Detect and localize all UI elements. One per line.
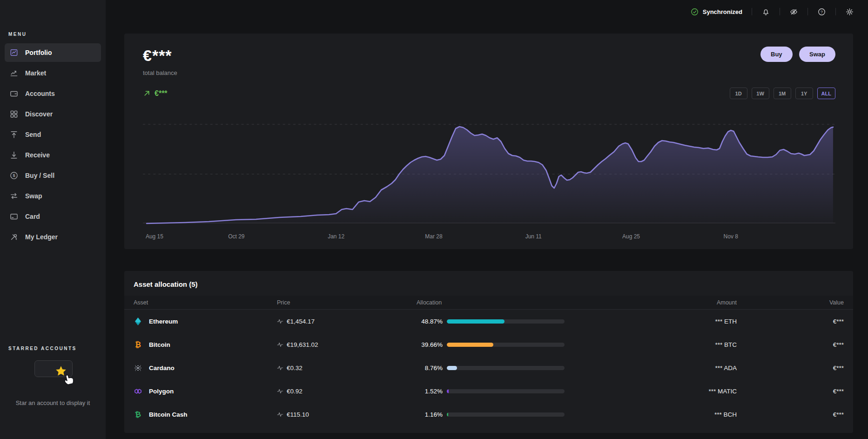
sidebar-item-label: Receive xyxy=(25,151,50,159)
buy-button[interactable]: Buy xyxy=(760,47,793,62)
activity-icon xyxy=(277,388,283,394)
asset-name: Polygon xyxy=(149,388,174,395)
asset-price: €0.92 xyxy=(287,388,303,395)
asset-value-masked: €*** xyxy=(737,388,844,395)
asset-value-masked: €*** xyxy=(737,341,844,348)
asset-value-masked: €*** xyxy=(737,318,844,325)
x-axis-label: Aug 15 xyxy=(146,233,163,240)
sidebar-item-label: My Ledger xyxy=(25,233,58,241)
asset-price: €1,454.17 xyxy=(287,318,315,325)
column-header-value: Value xyxy=(737,299,844,306)
table-body: Ethereum €1,454.17 48.87% *** ETH €*** ₿… xyxy=(124,310,853,426)
dollar-circle-icon: $ xyxy=(9,171,19,180)
sidebar-item-card[interactable]: Card xyxy=(5,207,101,226)
allocation-percent: 1.16% xyxy=(417,411,443,418)
asset-name: Cardano xyxy=(149,365,175,371)
column-header-allocation: Allocation xyxy=(417,299,570,306)
table-row-ethereum[interactable]: Ethereum €1,454.17 48.87% *** ETH €*** xyxy=(124,310,853,333)
asset-amount-masked: *** BCH xyxy=(570,411,737,418)
sidebar-item-receive[interactable]: Receive xyxy=(5,146,101,164)
bitcoin-cash-icon: ₿ xyxy=(134,410,142,419)
swap-icon xyxy=(9,191,19,201)
allocation-bar xyxy=(447,366,565,370)
range-button-1w[interactable]: 1W xyxy=(752,88,769,99)
card-icon xyxy=(9,212,19,221)
asset-value-masked: €*** xyxy=(737,365,844,371)
range-button-all[interactable]: ALL xyxy=(817,88,835,99)
allocation-bar xyxy=(447,412,565,417)
table-row-bitcoin[interactable]: ₿ Bitcoin €19,631.02 39.66% *** BTC €*** xyxy=(124,333,853,356)
sidebar-item-my-ledger[interactable]: My Ledger xyxy=(5,228,101,246)
grid-icon xyxy=(9,109,19,119)
sidebar-item-label: Card xyxy=(25,213,40,220)
arrow-up-icon xyxy=(9,130,19,139)
asset-allocation-title: Asset allocation (5) xyxy=(124,271,853,296)
sidebar-item-label: Send xyxy=(25,131,41,138)
sidebar-item-swap[interactable]: Swap xyxy=(5,187,101,205)
range-button-1m[interactable]: 1M xyxy=(774,88,791,99)
sidebar-item-label: Portfolio xyxy=(25,49,52,56)
sidebar-item-discover[interactable]: Discover xyxy=(5,105,101,123)
svg-text:₿: ₿ xyxy=(135,340,141,348)
allocation-percent: 48.87% xyxy=(417,318,443,325)
asset-amount-masked: *** ADA xyxy=(570,365,737,371)
range-button-1y[interactable]: 1Y xyxy=(795,88,813,99)
allocation-percent: 39.66% xyxy=(417,341,443,348)
activity-icon xyxy=(277,341,283,348)
asset-price: €0.32 xyxy=(287,365,303,371)
arrow-up-right-icon xyxy=(143,89,151,97)
table-row-cardano[interactable]: Cardano €0.32 8.76% *** ADA €*** xyxy=(124,356,853,379)
sidebar-item-portfolio[interactable]: Portfolio xyxy=(5,43,101,62)
allocation-bar xyxy=(447,319,565,324)
swap-button[interactable]: Swap xyxy=(799,47,835,62)
bitcoin-icon: ₿ xyxy=(134,340,142,349)
sidebar-item-send[interactable]: Send xyxy=(5,125,101,144)
table-row-bitcoin-cash[interactable]: ₿ Bitcoin Cash €115.10 1.16% *** BCH €**… xyxy=(124,403,853,426)
x-axis-label: Jun 11 xyxy=(525,233,542,240)
x-axis-label: Mar 28 xyxy=(425,233,442,240)
activity-icon xyxy=(277,318,283,324)
sidebar-item-label: Buy / Sell xyxy=(25,172,54,179)
x-axis-label: Jan 12 xyxy=(328,233,344,240)
column-header-asset: Asset xyxy=(134,299,277,306)
polygon-icon xyxy=(134,387,142,396)
activity-icon xyxy=(277,411,283,418)
allocation-bar xyxy=(447,389,565,393)
sidebar-item-buy-sell[interactable]: $Buy / Sell xyxy=(5,166,101,185)
allocation-bar xyxy=(447,343,565,347)
x-axis-label: Aug 25 xyxy=(622,233,640,240)
tools-icon xyxy=(9,232,19,242)
ethereum-icon xyxy=(134,317,142,326)
market-trend-icon xyxy=(9,68,19,78)
table-row-polygon[interactable]: Polygon €0.92 1.52% *** MATIC €*** xyxy=(124,379,853,403)
asset-name: Bitcoin xyxy=(149,341,170,348)
arrow-down-icon xyxy=(9,150,19,160)
total-balance-caption: total balance xyxy=(143,69,177,76)
sidebar-menu: PortfolioMarketAccountsDiscoverSendRecei… xyxy=(0,41,106,248)
sidebar: MENU PortfolioMarketAccountsDiscoverSend… xyxy=(0,0,106,439)
x-axis-label: Nov 8 xyxy=(724,233,738,240)
activity-icon xyxy=(277,365,283,371)
balance-chart[interactable]: Aug 15Oct 29Jan 12Mar 28Jun 11Aug 25Nov … xyxy=(143,107,835,242)
asset-name: Bitcoin Cash xyxy=(149,411,188,418)
chart-x-axis-labels: Aug 15Oct 29Jan 12Mar 28Jun 11Aug 25Nov … xyxy=(143,231,835,242)
wallet-icon xyxy=(9,89,19,98)
asset-amount-masked: *** ETH xyxy=(570,318,737,325)
balance-block: €*** total balance xyxy=(143,47,177,76)
range-button-1d[interactable]: 1D xyxy=(730,88,747,99)
sidebar-item-label: Discover xyxy=(25,110,53,118)
starred-accounts-label: STARRED ACCOUNTS xyxy=(8,346,106,351)
asset-name: Ethereum xyxy=(149,318,178,325)
portfolio-card: €*** total balance Buy Swap €*** 1D1W1M1… xyxy=(124,34,853,249)
asset-price: €115.10 xyxy=(287,411,309,418)
asset-allocation-card: Asset allocation (5) Asset Price Allocat… xyxy=(124,271,853,433)
allocation-percent: 1.52% xyxy=(417,388,443,395)
time-range-selector: 1D1W1M1YALL xyxy=(730,88,835,99)
column-header-amount: Amount xyxy=(570,299,737,306)
asset-value-masked: €*** xyxy=(737,411,844,418)
sidebar-item-accounts[interactable]: Accounts xyxy=(5,84,101,103)
allocation-percent: 8.76% xyxy=(417,365,443,371)
svg-text:₿: ₿ xyxy=(135,410,141,419)
sidebar-item-market[interactable]: Market xyxy=(5,64,101,82)
column-header-price: Price xyxy=(277,299,417,306)
